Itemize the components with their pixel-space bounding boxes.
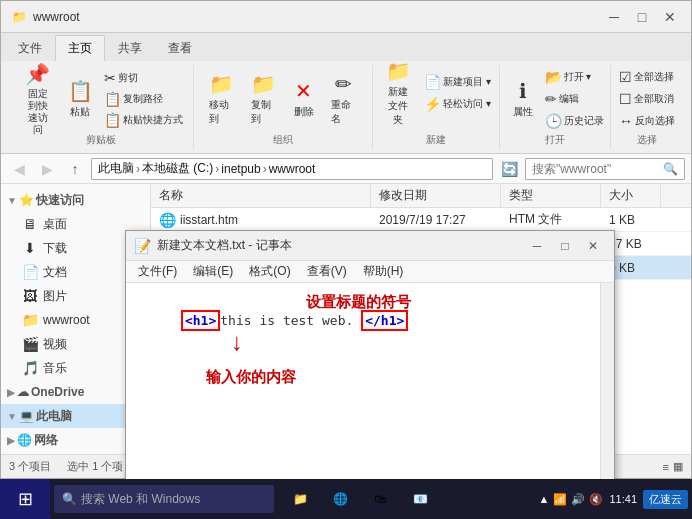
properties-icon: ℹ <box>519 79 527 103</box>
taskbar-edge-icon[interactable]: 🌐 <box>322 481 358 517</box>
path-inetpub[interactable]: inetpub <box>221 162 260 176</box>
menu-help[interactable]: 帮助(H) <box>355 261 412 282</box>
pictures-icon: 🖼 <box>21 288 39 304</box>
tray-volume-icon[interactable]: 🔊 <box>571 493 585 506</box>
taskbar-time[interactable]: 11:41 <box>609 492 637 506</box>
select-all-button[interactable]: ☑ 全部选择 <box>617 67 677 87</box>
notepad-close[interactable]: ✕ <box>580 235 606 257</box>
minimize-button[interactable]: ─ <box>601 6 627 28</box>
taskbar-icons: 📁 🌐 🛍 📧 <box>282 481 438 517</box>
notepad-titlebar: 📝 新建文本文档.txt - 记事本 ─ □ ✕ <box>126 231 614 261</box>
taskbar-store-icon[interactable]: 🛍 <box>362 481 398 517</box>
file-size-1: 1 KB <box>601 213 661 227</box>
col-name[interactable]: 名称 <box>151 184 371 207</box>
edit-icon: ✏ <box>545 91 557 107</box>
history-button[interactable]: 🕒 历史记录 <box>543 111 606 131</box>
organize-items: 📁 移动到 📁 复制到 ✕ 删除 ✏ 重命名 <box>202 67 364 131</box>
invert-selection-button[interactable]: ↔ 反向选择 <box>617 111 677 131</box>
tab-file[interactable]: 文件 <box>5 35 55 61</box>
copy-to-label: 复制到 <box>251 98 277 126</box>
new-items: 📁 新建文件夹 📄 新建项目 ▾ ⚡ 轻松访问 ▾ <box>379 67 493 131</box>
cut-button[interactable]: ✂ 剪切 <box>102 68 185 88</box>
col-size[interactable]: 大小 <box>601 184 661 207</box>
titlebar-controls: ─ □ ✕ <box>601 6 683 28</box>
paste-shortcut-button[interactable]: 📋 粘贴快捷方式 <box>102 110 185 130</box>
file-header: 名称 修改日期 类型 大小 <box>151 184 691 208</box>
back-button[interactable]: ◀ <box>7 157 31 181</box>
notepad-controls: ─ □ ✕ <box>524 235 606 257</box>
selected-count: 选中 1 个项 <box>67 459 123 474</box>
copy-path-icon: 📋 <box>104 91 121 107</box>
notepad-minimize[interactable]: ─ <box>524 235 550 257</box>
new-folder-button[interactable]: 📁 新建文件夹 <box>379 67 418 119</box>
taskbar-explorer-icon[interactable]: 📁 <box>282 481 318 517</box>
up-button[interactable]: ↑ <box>63 157 87 181</box>
rename-button[interactable]: ✏ 重命名 <box>324 73 364 125</box>
tray-speaker-icon[interactable]: 🔇 <box>589 493 603 506</box>
network-label: 网络 <box>34 432 58 449</box>
notepad-editor[interactable]: <h1>this is test web. </h1> <box>126 283 600 499</box>
documents-label: 文档 <box>43 264 67 281</box>
notepad-maximize[interactable]: □ <box>552 235 578 257</box>
new-item-button[interactable]: 📄 新建项目 ▾ <box>422 72 493 92</box>
file-type-1: HTM 文件 <box>501 211 601 228</box>
path-pc[interactable]: 此电脑 <box>98 160 134 177</box>
tray-network-icon[interactable]: 📶 <box>553 493 567 506</box>
menu-file[interactable]: 文件(F) <box>130 261 185 282</box>
maximize-button[interactable]: □ <box>629 6 655 28</box>
notepad-scrollbar[interactable] <box>600 283 614 499</box>
search-box[interactable]: 🔍 <box>525 158 685 180</box>
col-type[interactable]: 类型 <box>501 184 601 207</box>
path-wwwroot[interactable]: wwwroot <box>269 162 316 176</box>
taskbar-mail-icon[interactable]: 📧 <box>402 481 438 517</box>
menu-view[interactable]: 查看(V) <box>299 261 355 282</box>
taskbar-search[interactable]: 🔍 搜索 Web 和 Windows <box>54 485 274 513</box>
move-label: 移动到 <box>209 98 235 126</box>
tray-arrow-icon[interactable]: ▲ <box>539 493 550 505</box>
detail-view-icon[interactable]: ▦ <box>673 460 683 473</box>
menu-edit[interactable]: 编辑(E) <box>185 261 241 282</box>
delete-button[interactable]: ✕ 删除 <box>286 73 322 125</box>
paste-button[interactable]: 📋 粘贴 <box>61 81 100 117</box>
tab-view[interactable]: 查看 <box>155 35 205 61</box>
start-button[interactable]: ⊞ <box>0 479 50 519</box>
copy-path-button[interactable]: 📋 复制路径 <box>102 89 185 109</box>
documents-icon: 📄 <box>21 264 39 280</box>
onedrive-label: OneDrive <box>31 385 84 399</box>
easy-access-button[interactable]: ⚡ 轻松访问 ▾ <box>422 94 493 114</box>
sidebar-quickaccess[interactable]: ▼ ⭐ 快速访问 <box>1 188 150 212</box>
forward-button[interactable]: ▶ <box>35 157 59 181</box>
tab-share[interactable]: 共享 <box>105 35 155 61</box>
refresh-button[interactable]: 🔄 <box>497 157 521 181</box>
ribbon: 文件 主页 共享 查看 📌 固定到快速访问 📋 粘贴 <box>1 33 691 154</box>
menu-format[interactable]: 格式(O) <box>241 261 298 282</box>
pin-button[interactable]: 📌 固定到快速访问 <box>17 73 59 125</box>
list-view-icon[interactable]: ≡ <box>663 461 669 473</box>
invert-icon: ↔ <box>619 113 633 129</box>
downloads-icon: ⬇ <box>21 240 39 256</box>
col-date[interactable]: 修改日期 <box>371 184 501 207</box>
search-input[interactable] <box>532 162 663 176</box>
tab-home[interactable]: 主页 <box>55 35 105 61</box>
copy-to-button[interactable]: 📁 复制到 <box>244 73 284 125</box>
address-path[interactable]: 此电脑 › 本地磁盘 (C:) › inetpub › wwwroot <box>91 158 493 180</box>
cut-icon: ✂ <box>104 70 116 86</box>
notepad-window: 📝 新建文本文档.txt - 记事本 ─ □ ✕ 文件(F) 编辑(E) 格式(… <box>125 230 615 500</box>
notepad-title: 新建文本文档.txt - 记事本 <box>157 237 524 254</box>
deselect-all-button[interactable]: ☐ 全部取消 <box>617 89 677 109</box>
edit-button[interactable]: ✏ 编辑 <box>543 89 606 109</box>
easy-access-icon: ⚡ <box>424 96 441 112</box>
search-icon[interactable]: 🔍 <box>663 162 678 176</box>
close-button[interactable]: ✕ <box>657 6 683 28</box>
brand-label: 亿速云 <box>643 490 688 509</box>
properties-button[interactable]: ℹ 属性 <box>505 73 541 125</box>
properties-label: 属性 <box>513 105 533 119</box>
open-button[interactable]: 📂 打开 ▾ <box>543 67 606 87</box>
explorer-icon: 📁 <box>9 7 29 27</box>
thispc-icon: 💻 <box>19 409 34 423</box>
taskbar: ⊞ 🔍 搜索 Web 和 Windows 📁 🌐 🛍 📧 ▲ 📶 🔊 🔇 11:… <box>0 479 692 519</box>
path-drive[interactable]: 本地磁盘 (C:) <box>142 160 213 177</box>
move-button[interactable]: 📁 移动到 <box>202 73 242 125</box>
desktop-icon: 🖥 <box>21 216 39 232</box>
table-row[interactable]: 🌐 iisstart.htm 2019/7/19 17:27 HTM 文件 1 … <box>151 208 691 232</box>
